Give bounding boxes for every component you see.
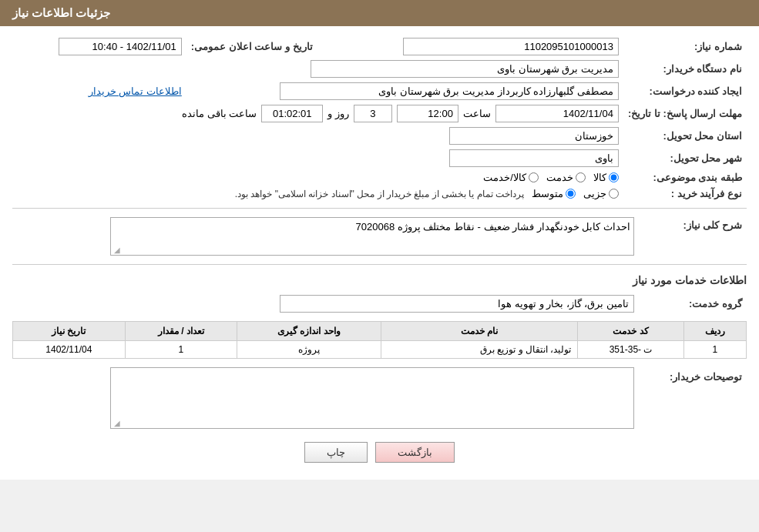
mohlat-label: مهلت ارسال پاسخ: تا تاریخ:: [623, 102, 747, 125]
page-wrapper: جزئیات اطلاعات نیاز شماره نیاز: 11020951…: [0, 0, 759, 480]
page-header: جزئیات اطلاعات نیاز: [0, 0, 759, 26]
tabaqe-cell: کالا خدمت کالا/خدمت: [12, 169, 623, 186]
button-group: بازگشت چاپ: [12, 442, 747, 463]
radio-jozi-label: جزیی: [583, 188, 606, 199]
resize-handle-sharh: ◢: [113, 246, 120, 253]
noe-farayand-cell: جزیی متوسط پرداخت تمام یا بخشی از مبلغ خ…: [12, 186, 623, 202]
sharh-table: شرح کلی نیاز: احداث کابل خودنگهدار فشار …: [12, 215, 747, 258]
shomara-niaz-label: شماره نیاز:: [623, 35, 747, 58]
sharh-value: احداث کابل خودنگهدار فشار ضعیف - نقاط مخ…: [356, 221, 630, 233]
shahr-label: شهر محل تحویل:: [623, 147, 747, 169]
noe-note: پرداخت تمام یا بخشی از مبلغ خریدار از مح…: [235, 189, 524, 199]
col-tarikh: تاریخ نیاز: [13, 322, 126, 341]
saat-baqi-label: ساعت باقی مانده: [182, 108, 257, 119]
mohlat-saat: 12:00: [397, 105, 458, 122]
shahr-cell: باوی: [12, 147, 623, 169]
toseeh-cell: ◢: [12, 365, 639, 431]
shomara-niaz-value: 1102095101000013: [403, 38, 619, 55]
khadamat-title: اطلاعات خدمات مورد نیاز: [12, 274, 747, 286]
cell-radif: 1: [683, 341, 746, 359]
main-form-table: شماره نیاز: 1102095101000013 تاریخ و ساع…: [12, 35, 747, 202]
cell-tarikh: 1402/11/04: [13, 341, 126, 359]
cell-tedad: 1: [125, 341, 237, 359]
etelaat-tamas-link[interactable]: اطلاعات تماس خریدار: [89, 85, 182, 97]
goroh-khadamat-value: تامین برق، گاز، بخار و تهویه هوا: [280, 295, 634, 313]
cell-vahed: پروژه: [237, 341, 381, 359]
cell-nam: تولید، انتقال و توزیع برق: [381, 341, 578, 359]
goroh-khadamat-label: گروه خدمت:: [639, 293, 747, 315]
radio-kala-khedmat-input[interactable]: [529, 172, 539, 182]
etelaat-link-cell: اطلاعات تماس خریدار: [12, 80, 186, 102]
col-kod: کد خدمت: [578, 322, 683, 341]
table-row: 1ت -35-351تولید، انتقال و توزیع برقپروژه…: [13, 341, 747, 359]
ijad-konande-value: مصطفی گلبهارزاده کاربرداز مدیریت برق شهر…: [280, 82, 619, 100]
shomara-niaz-cell: 1102095101000013: [328, 35, 623, 58]
radio-jozi-input[interactable]: [609, 189, 619, 199]
back-button[interactable]: بازگشت: [375, 442, 455, 463]
mohlat-roz: 3: [354, 105, 392, 122]
nam-dastgah-label: نام دستگاه خریدار:: [623, 58, 747, 80]
toseeh-wrapper: ◢: [110, 367, 634, 429]
goroh-khadamat-cell: تامین برق، گاز، بخار و تهویه هوا: [12, 293, 639, 315]
nam-dastgah-value: مدیریت برق شهرستان باوی: [311, 60, 619, 78]
resize-handle-toseeh: ◢: [113, 419, 120, 427]
radio-khedmat: خدمت: [546, 172, 586, 183]
goroh-table: گروه خدمت: تامین برق، گاز، بخار و تهویه …: [12, 293, 747, 315]
sharh-wrapper: احداث کابل خودنگهدار فشار ضعیف - نقاط مخ…: [110, 217, 634, 256]
tabaqe-label: طبقه بندی موضوعی:: [623, 169, 747, 186]
mohlat-date: 1402/11/04: [495, 105, 619, 122]
page-title: جزئیات اطلاعات نیاز: [12, 6, 110, 19]
mohlat-cell: 1402/11/04 ساعت 12:00 3 روز و 01:02:01 س…: [12, 102, 623, 125]
col-nam: نام خدمت: [381, 322, 578, 341]
ijad-konande-cell: مصطفی گلبهارزاده کاربرداز مدیریت برق شهر…: [186, 80, 623, 102]
radio-kala-label: کالا: [593, 172, 606, 183]
shahr-value: باوی: [449, 149, 619, 167]
radio-jozi: جزیی: [583, 188, 619, 199]
toseeh-table: توصیحات خریدار: ◢: [12, 365, 747, 431]
nam-dastgah-cell: مدیریت برق شهرستان باوی: [12, 58, 623, 80]
radio-mottavaset-input[interactable]: [566, 189, 576, 199]
tarikh-elan-label: تاریخ و ساعت اعلان عمومی:: [186, 35, 328, 58]
saat-label: ساعت: [463, 108, 491, 119]
noe-farayand-label: نوع فرآیند خرید :: [623, 186, 747, 202]
col-vahed: واحد اندازه گیری: [237, 322, 381, 341]
radio-mottavaset-label: متوسط: [532, 188, 563, 199]
ostan-value: خوزستان: [449, 127, 619, 145]
sharh-cell: احداث کابل خودنگهدار فشار ضعیف - نقاط مخ…: [12, 215, 639, 258]
tarikh-elan-value: 1402/11/01 - 10:40: [59, 38, 182, 55]
print-button[interactable]: چاپ: [304, 442, 368, 463]
cell-kod: ت -35-351: [578, 341, 683, 359]
ostan-cell: خوزستان: [12, 125, 623, 147]
col-tedad: تعداد / مقدار: [125, 322, 237, 341]
sharh-label: شرح کلی نیاز:: [639, 215, 747, 258]
roz-label: روز و: [327, 108, 349, 119]
col-radif: ردیف: [683, 322, 746, 341]
radio-kala: کالا: [593, 172, 619, 183]
divider-1: [12, 208, 747, 209]
content-area: شماره نیاز: 1102095101000013 تاریخ و ساع…: [0, 26, 759, 480]
ostan-label: استان محل تحویل:: [623, 125, 747, 147]
radio-kala-khedmat-label: کالا/خدمت: [483, 172, 526, 183]
radio-khedmat-label: خدمت: [546, 172, 573, 183]
tarikh-elan-cell: 1402/11/01 - 10:40: [12, 35, 186, 58]
toseeh-input[interactable]: [111, 368, 633, 426]
mohlat-time-left: 01:02:01: [261, 105, 323, 122]
radio-mottavaset: متوسط: [532, 188, 576, 199]
ijad-konande-label: ایجاد کننده درخواست:: [623, 80, 747, 102]
radio-kala-input[interactable]: [609, 172, 619, 182]
toseeh-label: توصیحات خریدار:: [639, 365, 747, 431]
divider-2: [12, 264, 747, 265]
services-table: ردیف کد خدمت نام خدمت واحد اندازه گیری ت…: [12, 321, 747, 359]
radio-khedmat-input[interactable]: [576, 172, 586, 182]
radio-kala-khedmat: کالا/خدمت: [483, 172, 539, 183]
